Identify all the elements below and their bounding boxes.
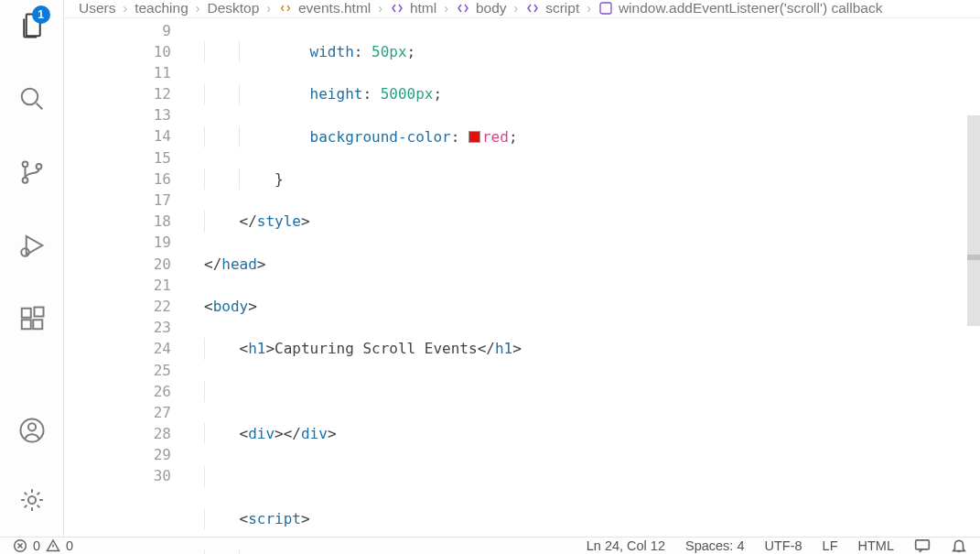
- play-bug-icon: [18, 232, 46, 259]
- breadcrumb-item[interactable]: html: [390, 0, 436, 16]
- color-swatch-icon: [468, 131, 480, 143]
- activity-run-debug[interactable]: [10, 223, 54, 267]
- code-content[interactable]: width: 50px; height: 5000px; background-…: [188, 18, 980, 537]
- breadcrumb-item[interactable]: script: [525, 0, 579, 16]
- extensions-icon: [18, 305, 46, 332]
- scrollbar-thumb[interactable]: [967, 115, 980, 326]
- explorer-badge: 1: [32, 5, 50, 24]
- chevron-right-icon: ›: [514, 1, 519, 16]
- activity-source-control[interactable]: [10, 150, 54, 194]
- svg-rect-5: [21, 309, 30, 318]
- symbol-html-icon: [456, 1, 470, 16]
- symbol-func-icon: [598, 1, 613, 16]
- breadcrumb-item[interactable]: body: [456, 0, 507, 16]
- vertical-scrollbar[interactable]: [965, 33, 980, 537]
- chevron-right-icon: ›: [378, 1, 382, 16]
- activity-bar: 1: [0, 0, 64, 537]
- svg-point-3: [36, 164, 41, 169]
- activity-account[interactable]: [10, 408, 54, 452]
- svg-rect-6: [21, 320, 30, 329]
- symbol-html-icon: [525, 1, 540, 16]
- main-area: 1: [0, 0, 980, 537]
- svg-point-11: [27, 496, 35, 504]
- app-root: 1: [0, 0, 980, 554]
- svg-point-4: [21, 248, 29, 256]
- gear-icon: [18, 486, 46, 514]
- breadcrumb-item[interactable]: window.addEventListener('scroll') callba…: [598, 0, 883, 16]
- file-code-icon: [278, 1, 293, 16]
- svg-point-2: [22, 178, 27, 183]
- code-editor[interactable]: 9101112131415161718192021222324252627282…: [64, 18, 980, 537]
- status-warnings[interactable]: 0: [46, 538, 73, 553]
- line-number-gutter: 9101112131415161718192021222324252627282…: [64, 18, 188, 537]
- activity-explorer[interactable]: 1: [10, 4, 54, 48]
- activity-extensions[interactable]: [10, 297, 54, 341]
- svg-rect-12: [600, 3, 611, 14]
- svg-rect-7: [33, 320, 42, 329]
- overview-mark: [967, 255, 980, 260]
- breadcrumb-item[interactable]: teaching: [135, 0, 188, 16]
- activity-search[interactable]: [10, 77, 54, 121]
- breadcrumbs: Users › teaching › Desktop › events.html…: [64, 0, 980, 18]
- error-icon: [13, 538, 27, 553]
- breadcrumb-item[interactable]: Desktop: [207, 0, 259, 16]
- warning-icon: [46, 538, 60, 553]
- account-icon: [18, 417, 46, 444]
- chevron-right-icon: ›: [123, 1, 127, 16]
- search-icon: [18, 85, 46, 113]
- chevron-right-icon: ›: [444, 1, 448, 16]
- svg-point-1: [22, 161, 27, 167]
- status-errors[interactable]: 0: [13, 538, 40, 553]
- svg-point-10: [27, 423, 35, 430]
- activity-settings[interactable]: [10, 478, 54, 522]
- breadcrumb-item[interactable]: events.html: [278, 0, 371, 16]
- svg-point-0: [21, 89, 38, 105]
- branch-icon: [18, 158, 46, 186]
- chevron-right-icon: ›: [196, 1, 200, 16]
- svg-rect-8: [34, 308, 43, 317]
- breadcrumb-item[interactable]: Users: [79, 0, 115, 16]
- symbol-html-icon: [390, 1, 404, 16]
- chevron-right-icon: ›: [266, 1, 271, 16]
- editor-area: Users › teaching › Desktop › events.html…: [64, 0, 980, 537]
- chevron-right-icon: ›: [587, 1, 591, 16]
